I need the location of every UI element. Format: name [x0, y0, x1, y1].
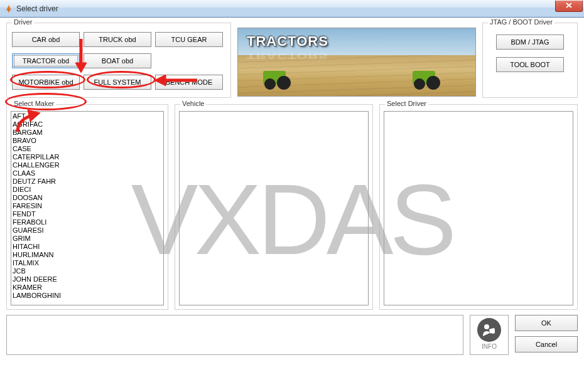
driver-btn-tcu-gear[interactable]: TCU GEAR [155, 32, 223, 47]
jtag-boot-group: JTAG / BOOT Driver BDM / JTAG TOOL BOOT [482, 23, 578, 98]
list-item[interactable]: CLAAS [11, 169, 163, 177]
app-icon [4, 4, 14, 14]
vehicle-legend: Vehicle [180, 100, 206, 107]
list-item[interactable]: HITACHI [11, 243, 163, 251]
driver-btn-car-obd[interactable]: CAR obd [12, 32, 80, 47]
info-label: INFO [482, 343, 497, 350]
select-driver-legend: Select Driver [385, 100, 428, 107]
list-item[interactable]: FARESIN [11, 202, 163, 210]
list-item[interactable]: FENDT [11, 210, 163, 218]
status-textbox[interactable] [6, 315, 463, 355]
jtag-btn-tool-boot[interactable]: TOOL BOOT [496, 57, 564, 72]
close-icon [566, 3, 572, 9]
list-item[interactable]: KRAMER [11, 283, 163, 292]
maker-listbox[interactable]: AFTAGRIFACBARGAMBRAVOCASECATERPILLARCHAL… [11, 111, 164, 305]
list-item[interactable]: AFT [11, 112, 163, 120]
list-item[interactable]: JCB [11, 267, 163, 275]
driver-group-legend: Driver [12, 18, 34, 26]
svg-point-0 [484, 324, 489, 329]
window-title: Select driver [16, 4, 58, 13]
list-item[interactable]: DIECI [11, 186, 163, 194]
select-maker-group: Select Maker AFTAGRIFACBARGAMBRAVOCASECA… [6, 104, 168, 310]
driver-btn-motorbike-obd[interactable]: MOTORBIKE obd [12, 75, 80, 90]
driver-group: Driver CAR obd TRUCK obd TCU GEAR TRACTO… [6, 23, 231, 98]
info-button[interactable]: INFO [470, 315, 509, 355]
vehicle-group: Vehicle [175, 104, 373, 310]
select-maker-legend: Select Maker [12, 100, 56, 107]
list-item[interactable]: LAMBORGHINI [11, 292, 163, 300]
list-item[interactable]: BRAVO [11, 137, 163, 145]
list-item[interactable]: AGRIFAC [11, 120, 163, 129]
info-icon [477, 318, 501, 342]
jtag-btn-bdm-jtag[interactable]: BDM / JTAG [496, 34, 564, 50]
list-item[interactable]: GUARESI [11, 226, 163, 235]
list-item[interactable]: CASE [11, 145, 163, 153]
close-button[interactable] [555, 1, 583, 12]
list-item[interactable]: DEUTZ FAHR [11, 177, 163, 186]
list-item[interactable]: BARGAM [11, 129, 163, 137]
list-item[interactable]: DOOSAN [11, 194, 163, 202]
list-item[interactable]: GRIM [11, 235, 163, 243]
jtag-group-legend: JTAG / BOOT Driver [488, 18, 554, 26]
driver-btn-truck-obd[interactable]: TRUCK obd [84, 32, 151, 47]
list-item[interactable]: CATERPILLAR [11, 153, 163, 161]
cancel-button[interactable]: Cancel [515, 336, 578, 352]
driver-btn-full-system[interactable]: FULL SYSTEM [84, 75, 151, 90]
tractor-illustration [263, 65, 301, 90]
list-item[interactable]: ITALMIX [11, 259, 163, 267]
list-item[interactable]: CHALLENGER [11, 161, 163, 169]
title-bar: Select driver [0, 0, 584, 18]
driver-btn-empty [155, 53, 223, 71]
category-banner: TRACTORS TRACTORS [237, 28, 476, 97]
select-driver-group: Select Driver [379, 104, 578, 310]
list-item[interactable]: HURLIMANN [11, 251, 163, 259]
tractor-illustration [413, 65, 450, 90]
list-item[interactable]: FERABOLI [11, 218, 163, 226]
driver-btn-bench-mode[interactable]: BENCH MODE [155, 75, 223, 90]
driver-btn-tractor-obd[interactable]: TRACTOR obd [12, 53, 80, 68]
list-item[interactable]: JOHN DEERE [11, 275, 163, 283]
banner-title: TRACTORS TRACTORS [247, 33, 328, 64]
driver-listbox[interactable] [384, 111, 573, 305]
driver-btn-boat-obd[interactable]: BOAT obd [84, 53, 151, 68]
window-body: Driver CAR obd TRUCK obd TCU GEAR TRACTO… [0, 18, 584, 360]
ok-button[interactable]: OK [515, 315, 578, 331]
vehicle-listbox[interactable] [179, 111, 369, 305]
